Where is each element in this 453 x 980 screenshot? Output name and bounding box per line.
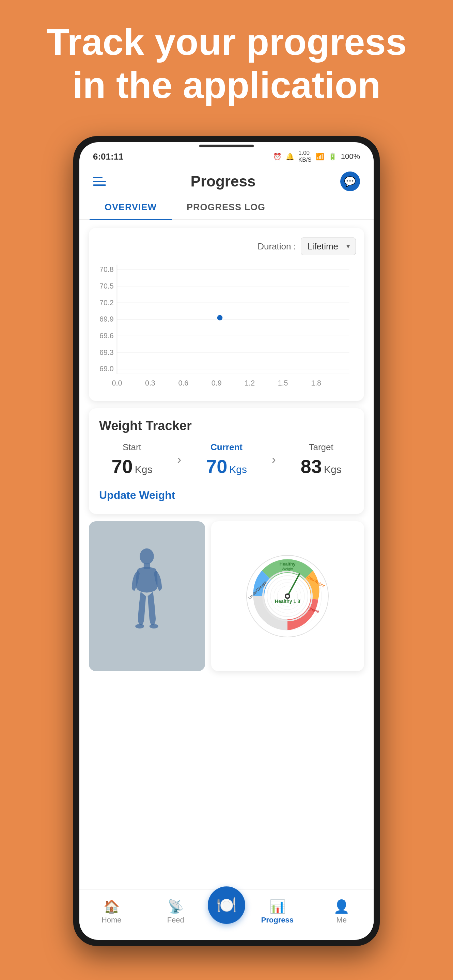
start-weight: Start 70 Kgs xyxy=(112,442,152,477)
svg-text:0.6: 0.6 xyxy=(178,379,188,387)
chat-button[interactable]: 💬 xyxy=(340,172,360,191)
speed-indicator: 1.00KB/S xyxy=(298,150,312,163)
center-fab[interactable]: 🍽️ xyxy=(208,886,245,924)
chart-card: Duration : Lifetime ▼ 70.8 70.5 70.2 69.… xyxy=(89,228,364,401)
bmi-gauge: UnderWeight Healthy Weight OverWeight Ob… xyxy=(240,549,335,644)
current-unit: Kgs xyxy=(229,464,247,476)
duration-select-wrapper: Lifetime ▼ xyxy=(301,237,356,255)
progress-icon: 📊 xyxy=(270,899,286,914)
svg-text:70.8: 70.8 xyxy=(99,266,114,274)
tab-overview[interactable]: OVERVIEW xyxy=(89,196,172,220)
bmi-gauge-card: UnderWeight Healthy Weight OverWeight Ob… xyxy=(211,521,364,671)
update-weight-button[interactable]: Update Weight xyxy=(99,487,354,504)
home-label: Home xyxy=(102,916,121,924)
status-icons: ⏰ 🔔 1.00KB/S 📶 🔋 100% xyxy=(273,150,360,163)
duration-select[interactable]: Lifetime xyxy=(301,237,356,255)
svg-text:69.9: 69.9 xyxy=(99,315,114,323)
data-point xyxy=(217,315,223,321)
hero-section: Track your progress in the application xyxy=(0,0,453,120)
body-image-card xyxy=(89,521,205,671)
phone-outer: 6:01:11 ⏰ 🔔 1.00KB/S 📶 🔋 100% Progress xyxy=(73,136,380,946)
feed-label: Feed xyxy=(167,916,184,924)
svg-text:0.3: 0.3 xyxy=(145,379,155,387)
svg-point-26 xyxy=(150,624,158,628)
svg-text:0.0: 0.0 xyxy=(112,379,122,387)
weight-tracker-card: Weight Tracker Start 70 Kgs › Current xyxy=(89,408,364,514)
svg-text:69.3: 69.3 xyxy=(99,348,114,356)
target-value: 83 xyxy=(301,455,322,477)
alarm-icon: ⏰ xyxy=(273,153,282,161)
feed-icon: 📡 xyxy=(167,899,183,914)
duration-label: Duration : xyxy=(257,241,296,252)
phone-wrapper: 6:01:11 ⏰ 🔔 1.00KB/S 📶 🔋 100% Progress xyxy=(73,136,380,946)
hero-title: Track your progress in the application xyxy=(27,21,426,107)
svg-text:1.5: 1.5 xyxy=(278,379,288,387)
home-icon: 🏠 xyxy=(104,899,120,914)
start-label: Start xyxy=(112,442,152,453)
svg-text:69.6: 69.6 xyxy=(99,332,114,340)
menu-line-2 xyxy=(93,181,106,182)
nav-feed[interactable]: 📡 Feed xyxy=(144,899,208,924)
current-weight: Current 70 Kgs xyxy=(206,442,247,477)
app-header: Progress 💬 xyxy=(79,167,374,196)
bottom-nav: 🏠 Home 📡 Feed 🍽️ 📊 Progress 👤 xyxy=(79,889,374,934)
me-label: Me xyxy=(336,916,347,924)
food-icon: 🍽️ xyxy=(216,896,237,915)
bottom-section: UnderWeight Healthy Weight OverWeight Ob… xyxy=(89,521,364,671)
svg-text:70.2: 70.2 xyxy=(99,299,114,307)
duration-row: Duration : Lifetime ▼ xyxy=(97,237,356,255)
status-time: 6:01:11 xyxy=(93,151,124,162)
weight-chart: 70.8 70.5 70.2 69.9 69.6 69.3 69.0 xyxy=(97,261,356,394)
svg-text:1.8: 1.8 xyxy=(311,379,321,387)
bell-icon: 🔔 xyxy=(286,153,294,161)
current-label: Current xyxy=(206,442,247,453)
phone-screen: 6:01:11 ⏰ 🔔 1.00KB/S 📶 🔋 100% Progress xyxy=(79,142,374,940)
scroll-content: Duration : Lifetime ▼ 70.8 70.5 70.2 69.… xyxy=(79,220,374,940)
menu-line-3 xyxy=(93,185,106,186)
wifi-icon: 📶 xyxy=(316,153,324,161)
nav-home[interactable]: 🏠 Home xyxy=(79,899,144,924)
menu-button[interactable] xyxy=(93,177,106,186)
start-unit: Kgs xyxy=(135,464,153,476)
me-icon: 👤 xyxy=(333,899,349,914)
weight-tracker-title: Weight Tracker xyxy=(99,418,354,433)
battery-icon: 🔋 xyxy=(329,153,337,161)
svg-text:0.9: 0.9 xyxy=(212,379,222,387)
tab-progress-log[interactable]: PROGRESS LOG xyxy=(172,196,280,220)
target-weight: Target 83 Kgs xyxy=(301,442,341,477)
svg-point-25 xyxy=(136,624,144,628)
nav-me[interactable]: 👤 Me xyxy=(309,899,374,924)
arrow-right-1: › xyxy=(177,453,181,467)
svg-text:Healthy: Healthy xyxy=(280,562,296,566)
tabs-bar: OVERVIEW PROGRESS LOG xyxy=(79,196,374,220)
app-title: Progress xyxy=(191,173,256,190)
svg-text:Weight: Weight xyxy=(282,567,293,571)
weight-stats-row: Start 70 Kgs › Current 70 Kgs xyxy=(99,442,354,477)
svg-text:70.5: 70.5 xyxy=(99,282,114,290)
battery-percent: 100% xyxy=(341,152,360,161)
progress-label: Progress xyxy=(261,916,293,924)
svg-point-37 xyxy=(286,595,289,598)
svg-text:69.0: 69.0 xyxy=(99,365,114,373)
current-value: 70 xyxy=(206,455,227,477)
target-label: Target xyxy=(301,442,341,453)
svg-text:Healthy 1 8: Healthy 1 8 xyxy=(275,598,300,604)
svg-text:1.2: 1.2 xyxy=(244,379,255,387)
target-unit: Kgs xyxy=(324,464,341,476)
start-value: 70 xyxy=(112,455,132,477)
menu-line-1 xyxy=(93,177,102,178)
nav-progress[interactable]: 📊 Progress xyxy=(245,899,309,924)
arrow-right-2: › xyxy=(272,453,276,467)
svg-point-23 xyxy=(140,548,154,564)
human-silhouette xyxy=(124,547,169,645)
phone-notch xyxy=(199,145,254,147)
